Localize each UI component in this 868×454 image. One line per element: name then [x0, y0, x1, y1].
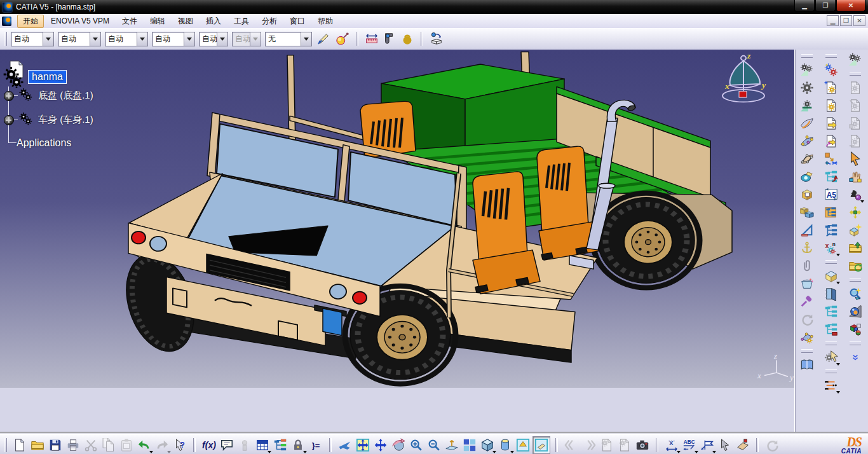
expand-plus-icon[interactable]: [4, 91, 14, 101]
rotate-sphere-icon[interactable]: [390, 437, 407, 453]
combo-graphic-3[interactable]: 自动: [105, 32, 148, 46]
screwdriver-icon[interactable]: [799, 293, 815, 310]
close-button[interactable]: ✕: [836, 0, 865, 11]
box-arrow-icon[interactable]: [823, 151, 839, 167]
toolbar-grip[interactable]: [4, 32, 7, 46]
abc-text-icon[interactable]: ABC: [681, 437, 698, 453]
title-bar[interactable]: CATIA V5 - [hanma.stp] ▁ ❐ ✕: [0, 0, 868, 14]
xn-gear-icon[interactable]: xn: [823, 240, 839, 256]
fit-all-icon[interactable]: [355, 437, 371, 453]
measure-xy-icon[interactable]: X: [663, 437, 680, 453]
flyout-caret[interactable]: [695, 451, 698, 453]
door-window-icon[interactable]: [823, 285, 839, 302]
flyout-caret[interactable]: [303, 451, 307, 453]
fx-formula-icon[interactable]: f(x): [201, 437, 217, 453]
colored-boxes-icon[interactable]: [847, 321, 864, 338]
menu-file[interactable]: 文件: [116, 15, 143, 28]
new-document-icon[interactable]: [11, 437, 28, 453]
flag-annotation-icon[interactable]: [699, 437, 715, 453]
menu-edit[interactable]: 编辑: [144, 15, 171, 28]
double-chevron-down-icon[interactable]: [847, 349, 864, 366]
flyout-caret[interactable]: [268, 451, 271, 453]
tree-root-label[interactable]: hanma: [28, 70, 67, 84]
tree-red-arrow-icon[interactable]: [823, 169, 839, 185]
caliper-measure-icon[interactable]: [381, 31, 398, 47]
a5-numbering-icon[interactable]: A5: [823, 186, 839, 203]
eraser-red-icon[interactable]: [735, 437, 751, 453]
flyout-caret[interactable]: [836, 282, 840, 284]
hide-show-box-icon[interactable]: [515, 437, 531, 453]
viewport-3d[interactable]: x y z z x y: [0, 50, 794, 432]
product-root-icon[interactable]: [3, 60, 28, 88]
folder-up-icon[interactable]: [847, 240, 864, 256]
design-table-icon[interactable]: [254, 437, 271, 453]
orange-arrows-icon[interactable]: [823, 377, 839, 394]
menu-insert[interactable]: 插入: [200, 15, 227, 28]
menu-enovia[interactable]: ENOVIA V5 VPM: [45, 15, 115, 27]
render-cylinder-icon[interactable]: [497, 437, 513, 453]
iso-cube-icon[interactable]: [479, 437, 496, 453]
minimize-button[interactable]: ▁: [794, 0, 815, 11]
open-folder-icon[interactable]: [29, 437, 46, 453]
combo-graphic-1[interactable]: 自动: [11, 32, 54, 46]
chevron-down-icon[interactable]: [301, 32, 311, 46]
help-cursor-icon[interactable]: ?: [172, 437, 188, 453]
mdi-close-button[interactable]: ✕: [853, 15, 865, 26]
swap-space-box-icon[interactable]: [532, 436, 550, 454]
orange-cursor-icon[interactable]: [847, 151, 864, 167]
tree-node-chassis[interactable]: 底盘 (底盘.1): [38, 90, 93, 102]
camera-capture-icon[interactable]: [634, 437, 651, 453]
chevron-down-icon[interactable]: [137, 32, 147, 46]
braces-equal-icon[interactable]: }=: [308, 437, 324, 453]
sphere-arrow-box-icon[interactable]: [428, 31, 445, 47]
book-icon[interactable]: [799, 357, 815, 373]
knight-sphere-icon[interactable]: [847, 186, 864, 203]
toolbar-handle[interactable]: [801, 54, 813, 58]
flyout-caret[interactable]: [836, 254, 840, 256]
normal-view-icon[interactable]: [444, 437, 460, 453]
doc-wrench-icon[interactable]: [823, 133, 839, 149]
menu-view[interactable]: 视图: [172, 15, 199, 28]
toolbar-handle[interactable]: [850, 72, 861, 76]
menu-start[interactable]: 开始: [17, 15, 44, 28]
pan-cross-icon[interactable]: [372, 437, 389, 453]
tree-cyan-icon[interactable]: [823, 303, 839, 320]
product-node-icon[interactable]: [18, 112, 35, 127]
expand-plus-icon[interactable]: [4, 115, 14, 125]
combo-graphic-5[interactable]: 自动: [199, 32, 228, 46]
paperclip-icon[interactable]: [799, 258, 815, 274]
zoom-out-magnifier-icon[interactable]: [426, 437, 442, 453]
chevron-down-icon[interactable]: [90, 32, 100, 46]
mdi-minimize-button[interactable]: ▁: [827, 15, 839, 26]
paintbrush-icon[interactable]: [316, 31, 333, 47]
flyout-caret[interactable]: [836, 391, 840, 394]
magic-wand-sphere-icon[interactable]: [334, 31, 351, 47]
flyout-caret[interactable]: [492, 451, 496, 453]
maximize-button[interactable]: ❐: [815, 0, 836, 11]
toolbar-handle[interactable]: [825, 341, 837, 345]
save-floppy-icon[interactable]: [47, 437, 64, 453]
flyout-caret[interactable]: [510, 451, 514, 453]
print-icon[interactable]: [65, 437, 81, 453]
hand-boxes-icon[interactable]: [847, 169, 864, 185]
net-tree-icon[interactable]: [799, 151, 815, 167]
lock-icon[interactable]: [290, 437, 306, 453]
tree-orange-icon[interactable]: [823, 204, 839, 221]
gears-green-arrow-2-icon[interactable]: [847, 52, 864, 68]
undo-arrow-icon[interactable]: [136, 437, 153, 453]
tree-node-body[interactable]: 车身 (车身.1): [38, 114, 93, 126]
gear-cursor-icon[interactable]: [823, 349, 839, 366]
toolbar-handle[interactable]: [850, 278, 861, 282]
pen-camera-icon[interactable]: [799, 169, 815, 185]
surface-book-icon[interactable]: [799, 115, 815, 132]
chevron-down-icon[interactable]: [217, 32, 227, 46]
yellow-box-icon[interactable]: [799, 186, 815, 203]
toolbar-handle[interactable]: [825, 260, 837, 264]
surface-star-icon[interactable]: [799, 133, 815, 149]
gear-icon[interactable]: [799, 79, 815, 96]
toolbar-handle[interactable]: [825, 54, 837, 58]
doc-arrow-icon[interactable]: [823, 115, 839, 132]
toolbar-grip[interactable]: [4, 438, 7, 452]
toolbar-handle[interactable]: [825, 369, 837, 373]
sparkle-gears-icon[interactable]: [823, 62, 839, 78]
